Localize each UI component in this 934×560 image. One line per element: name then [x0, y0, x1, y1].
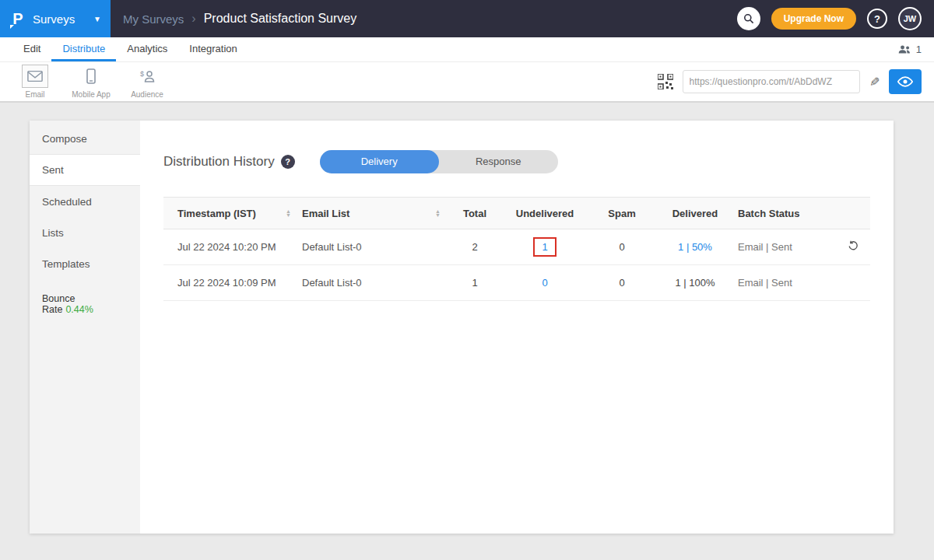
channel-audience[interactable]: $ Audience [125, 65, 170, 99]
section-title: Distribution History [163, 154, 275, 170]
audience-icon: $ [134, 65, 160, 88]
toggle-response[interactable]: Response [439, 150, 558, 173]
sidebar-item-templates[interactable]: Templates [30, 248, 140, 279]
sidebar-item-sent[interactable]: Sent [30, 155, 140, 186]
distribution-table: Timestamp (IST) ▲▼ Email List ▲▼ Total U… [163, 197, 870, 301]
cell-spam: 0 [592, 241, 652, 253]
annotation-highlight-box: 1 [533, 237, 556, 257]
top-header: P Surveys ▼ My Surveys › Product Satisfa… [0, 0, 934, 37]
breadcrumb-separator: › [191, 12, 195, 26]
tab-analytics[interactable]: Analytics [116, 37, 178, 61]
col-batch-status: Batch Status [738, 208, 823, 219]
tab-edit[interactable]: Edit [12, 37, 51, 61]
table-row: Jul 22 2024 10:20 PM Default List-0 2 1 … [163, 229, 870, 265]
channel-mobile-app[interactable]: Mobile App [68, 65, 114, 99]
questionpro-logo-icon: P [9, 10, 26, 27]
qr-code-icon[interactable] [658, 74, 673, 89]
sort-icon[interactable]: ▲▼ [435, 209, 441, 217]
product-switcher[interactable]: P Surveys ▼ [0, 0, 111, 37]
bounce-rate: Bounce Rate0.44% [30, 284, 140, 324]
preview-button[interactable] [889, 69, 922, 94]
email-icon [22, 65, 48, 88]
chevron-down-icon: ▼ [93, 15, 101, 23]
survey-tabs-bar: Edit Distribute Analytics Integration 1 [0, 37, 934, 62]
col-undelivered: Undelivered [498, 208, 592, 219]
breadcrumb: My Surveys › Product Satisfaction Survey [123, 12, 356, 26]
mobile-icon [78, 65, 104, 88]
cell-timestamp: Jul 22 2024 10:09 PM [163, 277, 302, 289]
table-header-row: Timestamp (IST) ▲▼ Email List ▲▼ Total U… [163, 197, 870, 229]
title-row: Distribution History ? Delivery Response [163, 150, 870, 173]
header-actions: Upgrade Now ? JW [737, 7, 934, 30]
bounce-rate-value: 0.44% [65, 304, 93, 315]
col-total: Total [451, 208, 498, 219]
channel-email[interactable]: Email [12, 65, 58, 99]
collaborators[interactable]: 1 [897, 37, 922, 61]
upgrade-now-button[interactable]: Upgrade Now [771, 8, 856, 30]
distribute-card: Compose Sent Scheduled Lists Templates B… [30, 121, 894, 534]
cell-batch-status: Email | Sent [738, 277, 823, 289]
col-email-list[interactable]: Email List ▲▼ [302, 208, 451, 219]
tab-integration[interactable]: Integration [178, 37, 248, 61]
svg-text:$: $ [140, 70, 144, 78]
cell-batch-status: Email | Sent [738, 241, 823, 253]
survey-url-input[interactable] [683, 70, 860, 93]
cell-spam: 0 [592, 277, 652, 289]
col-timestamp[interactable]: Timestamp (IST) ▲▼ [163, 208, 302, 219]
sort-icon[interactable]: ▲▼ [286, 209, 291, 217]
sent-sidebar: Compose Sent Scheduled Lists Templates B… [30, 121, 140, 534]
col-delivered: Delivered [652, 208, 738, 219]
cell-timestamp: Jul 22 2024 10:20 PM [163, 241, 302, 253]
content-area: Compose Sent Scheduled Lists Templates B… [0, 121, 934, 560]
eye-icon [897, 76, 913, 87]
collaborators-count: 1 [916, 44, 922, 55]
cell-email-list: Default List-0 [302, 241, 451, 253]
app-name: Surveys [33, 12, 75, 26]
table-row: Jul 22 2024 10:09 PM Default List-0 1 0 … [163, 265, 870, 301]
refresh-icon[interactable] [847, 240, 859, 252]
distribution-history-panel: Distribution History ? Delivery Response… [140, 121, 894, 534]
cell-delivered: 1 | 100% [652, 277, 738, 289]
channel-email-label: Email [25, 90, 44, 99]
avatar[interactable]: JW [898, 7, 922, 30]
toolbar-right: ✎ [658, 69, 922, 94]
cell-undelivered: 1 [498, 237, 592, 257]
cell-email-list: Default List-0 [302, 277, 451, 289]
cell-delivered[interactable]: 1 | 50% [652, 241, 738, 253]
search-button[interactable] [737, 7, 760, 30]
sidebar-item-scheduled[interactable]: Scheduled [30, 186, 140, 217]
channel-mobile-label: Mobile App [72, 90, 110, 99]
tab-distribute[interactable]: Distribute [51, 37, 116, 61]
help-button[interactable]: ? [867, 9, 887, 29]
delivery-response-toggle: Delivery Response [320, 150, 558, 173]
undelivered-count-link[interactable]: 1 [542, 241, 547, 253]
section-help-icon[interactable]: ? [281, 155, 295, 169]
breadcrumb-my-surveys[interactable]: My Surveys [123, 12, 184, 26]
toggle-delivery[interactable]: Delivery [320, 150, 439, 173]
sidebar-item-lists[interactable]: Lists [30, 217, 140, 248]
channel-list: Email Mobile App $ Audience [12, 65, 170, 99]
distribute-toolbar: Email Mobile App $ Audience ✎ [0, 62, 934, 103]
search-icon [743, 12, 755, 25]
edit-url-icon[interactable]: ✎ [869, 75, 880, 89]
cell-total: 2 [451, 241, 498, 253]
page-title: Product Satisfaction Survey [204, 12, 357, 26]
people-icon [897, 44, 911, 54]
cell-total: 1 [451, 277, 498, 289]
channel-audience-label: Audience [131, 90, 163, 99]
col-spam: Spam [592, 208, 652, 219]
cell-undelivered[interactable]: 0 [498, 277, 592, 289]
sidebar-item-compose[interactable]: Compose [30, 124, 140, 155]
